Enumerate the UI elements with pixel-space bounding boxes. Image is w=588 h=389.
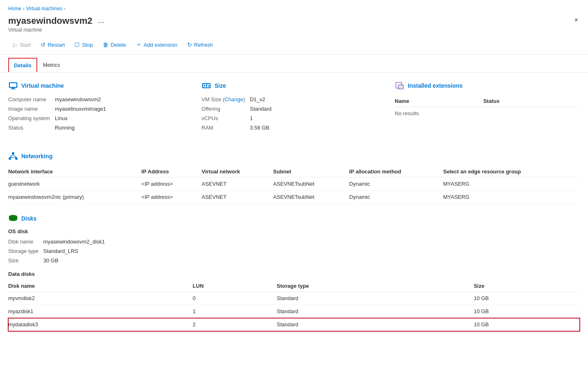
table-row: myasewindowsvm2nic (primary) <IP address… [8, 191, 580, 204]
os-disk-title: OS disk [8, 228, 580, 234]
svg-rect-1 [10, 83, 16, 87]
net-row1-interface: guestnetwork [8, 177, 141, 191]
start-icon: ▷ [13, 41, 18, 48]
net-row2-interface: myasewindowsvm2nic (primary) [8, 191, 141, 204]
ext-col-status: Status [483, 96, 580, 107]
tab-metrics[interactable]: Metrics [37, 58, 66, 72]
svg-rect-3 [11, 89, 16, 89]
stop-button[interactable]: ☐ Stop [70, 39, 98, 50]
ext-no-results-row: No results. [395, 107, 580, 120]
svg-rect-7 [206, 84, 207, 86]
disk-row1-storage: Standard [277, 292, 474, 305]
status-label: Status [8, 124, 50, 132]
ext-col-name: Name [395, 96, 483, 107]
disk-row3-lun: 2 [193, 318, 277, 331]
os-disk-name-label: Disk name [8, 238, 38, 246]
status-value: Running [55, 124, 193, 132]
refresh-icon: ↻ [187, 41, 192, 48]
disk-row1-size: 10 GB [474, 292, 580, 305]
net-row2-rg: MYASERG [443, 191, 580, 204]
stop-label: Stop [82, 42, 93, 48]
os-disk-name-value: myasewindowsvm2_disk1 [43, 238, 172, 246]
vm-size-value: D1_v2 [250, 96, 387, 103]
table-row: myazdisk1 1 Standard 10 GB [8, 305, 580, 318]
data-disks-title: Data disks [8, 271, 580, 277]
size-section: Size VM Size (Change) D1_v2 Offering Sta… [201, 81, 387, 132]
ram-value: 3.58 GB [250, 124, 387, 132]
restart-label: Restart [47, 42, 65, 48]
stop-icon: ☐ [75, 41, 80, 48]
net-col-interface: Network interface [8, 166, 141, 177]
ellipsis-menu-button[interactable]: ... [95, 15, 106, 27]
computer-name-label: Computer name [8, 96, 50, 103]
networking-section-header: Networking [8, 151, 580, 161]
svg-line-15 [10, 155, 13, 157]
breadcrumb-sep1: › [23, 6, 25, 11]
size-section-title: Size [215, 82, 226, 89]
disks-section-header: Disks [8, 214, 580, 223]
image-name-value: myaselinuxvmimage1 [55, 105, 193, 113]
net-col-allocation: IP allocation method [349, 166, 443, 177]
extensions-section-header: Installed extensions [395, 81, 580, 91]
breadcrumb-home[interactable]: Home [8, 6, 21, 11]
svg-point-13 [9, 157, 11, 160]
os-disk-grid: Disk name myasewindowsvm2_disk1 Storage … [8, 238, 172, 264]
os-label: Operating system [8, 114, 50, 122]
vm-icon [8, 81, 18, 91]
extensions-section-title: Installed extensions [408, 82, 463, 89]
net-row2-allocation: Dynamic [349, 191, 443, 204]
net-row2-vnet: ASEVNET [202, 191, 274, 204]
header-left: myasewindowsvm2 ... Virtual machine [8, 15, 106, 33]
svg-point-14 [15, 157, 18, 160]
delete-label: Delete [111, 42, 126, 48]
delete-button[interactable]: 🗑 Delete [98, 39, 131, 50]
net-col-rg: Select an edge resource group [443, 166, 580, 177]
breadcrumb-vms[interactable]: Virtual machines [26, 6, 63, 11]
extensions-icon [395, 81, 405, 91]
delete-icon: 🗑 [103, 41, 109, 48]
extensions-table: Name Status No results. [395, 96, 580, 120]
net-col-subnet: Subnet [273, 166, 349, 177]
close-button[interactable]: × [573, 15, 580, 25]
vm-section-header: Virtual machine [8, 81, 193, 91]
vm-info-grid: Computer name myasewindowsvm2 Image name… [8, 96, 193, 132]
disk-row3-storage: Standard [277, 318, 474, 331]
disk-row2-size: 10 GB [474, 305, 580, 318]
page-subtitle: Virtual machine [8, 27, 106, 33]
page-header: myasewindowsvm2 ... Virtual machine × [0, 13, 588, 36]
refresh-label: Refresh [194, 42, 213, 48]
os-disk-storage-value: Standard_LRS [43, 247, 172, 255]
svg-rect-2 [12, 88, 14, 89]
net-col-ip: IP Address [141, 166, 201, 177]
table-row: guestnetwork <IP address> ASEVNET ASEVNE… [8, 177, 580, 191]
tab-details[interactable]: Details [8, 58, 37, 72]
restart-button[interactable]: ↺ Restart [36, 39, 70, 50]
add-extension-button[interactable]: ＋ Add extension [131, 39, 182, 51]
net-row1-allocation: Dynamic [349, 177, 443, 191]
toolbar: ▷ Start ↺ Restart ☐ Stop 🗑 Delete ＋ Add … [0, 36, 588, 55]
breadcrumb: Home › Virtual machines › [0, 0, 588, 13]
net-row1-subnet: ASEVNETsubNet [273, 177, 349, 191]
top-three-col: Virtual machine Computer name myasewindo… [8, 81, 580, 141]
refresh-button[interactable]: ↻ Refresh [182, 39, 218, 50]
os-disk-size-label: Size [8, 257, 38, 264]
offering-value: Standard [250, 105, 387, 113]
size-icon [201, 81, 211, 91]
net-row1-vnet: ASEVNET [202, 177, 274, 191]
change-link[interactable]: Change [224, 96, 243, 102]
table-row: myvmdisk2 0 Standard 10 GB [8, 292, 580, 305]
data-disks-table: Disk name LUN Storage type Size myvmdisk… [8, 280, 580, 331]
ram-label: RAM [201, 124, 245, 132]
disk-row2-storage: Standard [277, 305, 474, 318]
disks-section-title: Disks [21, 215, 36, 222]
os-disk-size-value: 30 GB [43, 257, 172, 264]
page-title: myasewindowsvm2 [8, 16, 92, 26]
content-area: Virtual machine Computer name myasewindo… [0, 73, 588, 349]
header-title-group: myasewindowsvm2 ... Virtual machine [8, 15, 106, 33]
net-row2-subnet: ASEVNETsubNet [273, 191, 349, 204]
tabs-bar: Details Metrics [0, 55, 588, 73]
os-disk-storage-label: Storage type [8, 247, 38, 255]
start-button[interactable]: ▷ Start [8, 39, 36, 50]
add-extension-icon: ＋ [136, 41, 142, 48]
disk-col-lun: LUN [193, 280, 277, 292]
